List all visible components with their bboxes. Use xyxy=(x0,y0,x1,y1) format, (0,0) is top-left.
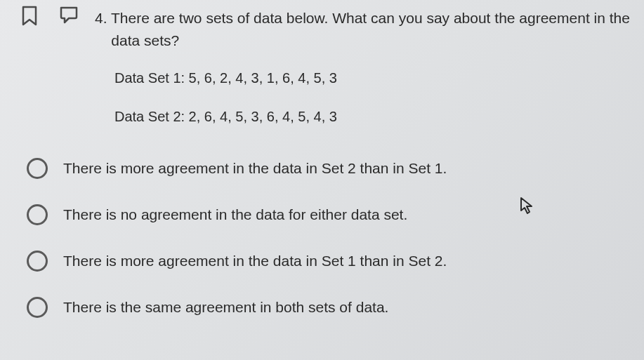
option-label: There is more agreement in the data in S… xyxy=(63,253,447,269)
note-icon[interactable] xyxy=(59,6,79,24)
radio-icon[interactable] xyxy=(27,297,48,318)
option-label: There is more agreement in the data in S… xyxy=(63,160,447,177)
question-line2: data sets? xyxy=(111,32,179,48)
question-line1: There are two sets of data below. What c… xyxy=(111,10,630,26)
question-data: Data Set 1: 5, 6, 2, 4, 3, 1, 6, 4, 5, 3… xyxy=(114,70,337,147)
option-2[interactable]: There is no agreement in the data for ei… xyxy=(27,204,630,225)
answer-options: There is more agreement in the data in S… xyxy=(27,158,630,343)
data-set-2: Data Set 2: 2, 6, 4, 5, 3, 6, 4, 5, 4, 3 xyxy=(114,109,337,125)
data-set-1: Data Set 1: 5, 6, 2, 4, 3, 1, 6, 4, 5, 3 xyxy=(114,70,337,86)
option-label: There is the same agreement in both sets… xyxy=(63,299,388,316)
radio-icon[interactable] xyxy=(27,204,48,225)
bookmark-icon[interactable] xyxy=(21,6,38,27)
question-text: 4. There are two sets of data below. Wha… xyxy=(95,7,630,51)
option-4[interactable]: There is the same agreement in both sets… xyxy=(27,297,630,318)
radio-icon[interactable] xyxy=(27,251,48,272)
option-1[interactable]: There is more agreement in the data in S… xyxy=(27,158,630,179)
option-label: There is no agreement in the data for ei… xyxy=(63,206,407,223)
question-number: 4. xyxy=(95,10,107,26)
question-toolbar xyxy=(21,6,79,27)
mouse-cursor-icon xyxy=(520,196,534,218)
radio-icon[interactable] xyxy=(27,158,48,179)
option-3[interactable]: There is more agreement in the data in S… xyxy=(27,251,630,272)
